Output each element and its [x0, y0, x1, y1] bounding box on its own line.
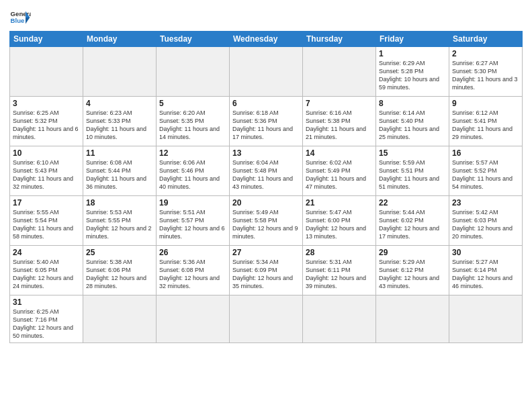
day-info: Sunrise: 6:18 AM Sunset: 5:36 PM Dayligh… [232, 109, 300, 142]
calendar-cell [83, 47, 157, 97]
day-number: 17 [13, 198, 80, 208]
week-row-1: 3Sunrise: 6:25 AM Sunset: 5:32 PM Daylig… [10, 97, 523, 146]
calendar-cell: 9Sunrise: 6:12 AM Sunset: 5:41 PM Daylig… [449, 97, 523, 146]
day-info: Sunrise: 5:40 AM Sunset: 6:05 PM Dayligh… [13, 258, 80, 291]
calendar-cell [157, 47, 230, 97]
day-info: Sunrise: 6:08 AM Sunset: 5:44 PM Dayligh… [86, 158, 153, 191]
day-number: 19 [159, 198, 226, 208]
calendar-cell: 8Sunrise: 6:14 AM Sunset: 5:40 PM Daylig… [376, 97, 449, 146]
calendar-table: SundayMondayTuesdayWednesdayThursdayFrid… [9, 31, 523, 343]
calendar-cell: 17Sunrise: 5:55 AM Sunset: 5:54 PM Dayli… [10, 196, 83, 246]
header: General Blue [9, 7, 523, 28]
weekday-header-row: SundayMondayTuesdayWednesdayThursdayFrid… [10, 32, 523, 47]
day-info: Sunrise: 5:51 AM Sunset: 5:57 PM Dayligh… [159, 208, 226, 241]
calendar-cell: 28Sunrise: 5:31 AM Sunset: 6:11 PM Dayli… [303, 246, 376, 295]
day-info: Sunrise: 5:59 AM Sunset: 5:51 PM Dayligh… [379, 158, 446, 191]
day-number: 24 [13, 248, 80, 257]
day-number: 13 [232, 148, 300, 158]
week-row-5: 31Sunrise: 6:25 AM Sunset: 7:16 PM Dayli… [10, 295, 523, 343]
calendar-cell: 24Sunrise: 5:40 AM Sunset: 6:05 PM Dayli… [10, 246, 83, 295]
calendar-cell: 31Sunrise: 6:25 AM Sunset: 7:16 PM Dayli… [10, 295, 83, 343]
calendar-cell [83, 295, 157, 343]
day-info: Sunrise: 6:25 AM Sunset: 7:16 PM Dayligh… [13, 308, 80, 340]
weekday-header-thursday: Thursday [303, 32, 376, 47]
logo: General Blue [9, 7, 31, 28]
day-number: 28 [306, 248, 373, 257]
calendar-cell: 3Sunrise: 6:25 AM Sunset: 5:32 PM Daylig… [10, 97, 83, 146]
day-number: 31 [13, 298, 80, 307]
day-info: Sunrise: 5:36 AM Sunset: 6:08 PM Dayligh… [159, 258, 226, 291]
svg-text:Blue: Blue [11, 17, 25, 24]
day-number: 5 [159, 99, 226, 108]
day-info: Sunrise: 5:49 AM Sunset: 5:58 PM Dayligh… [232, 208, 300, 241]
day-info: Sunrise: 6:25 AM Sunset: 5:32 PM Dayligh… [13, 109, 80, 142]
weekday-header-friday: Friday [376, 32, 449, 47]
calendar-cell: 5Sunrise: 6:20 AM Sunset: 5:35 PM Daylig… [157, 97, 230, 146]
calendar-cell: 4Sunrise: 6:23 AM Sunset: 5:33 PM Daylig… [83, 97, 157, 146]
svg-marker-3 [26, 17, 30, 24]
calendar-cell [303, 47, 376, 97]
calendar-cell: 25Sunrise: 5:38 AM Sunset: 6:06 PM Dayli… [83, 246, 157, 295]
day-number: 10 [13, 148, 80, 158]
day-number: 30 [452, 248, 519, 257]
day-number: 8 [379, 99, 446, 108]
day-number: 12 [159, 148, 226, 158]
calendar-cell: 18Sunrise: 5:53 AM Sunset: 5:55 PM Dayli… [83, 196, 157, 246]
calendar-body: 1Sunrise: 6:29 AM Sunset: 5:28 PM Daylig… [10, 47, 523, 343]
day-number: 2 [452, 49, 519, 58]
day-info: Sunrise: 6:06 AM Sunset: 5:46 PM Dayligh… [159, 158, 226, 191]
calendar-cell: 15Sunrise: 5:59 AM Sunset: 5:51 PM Dayli… [376, 146, 449, 196]
calendar-cell: 23Sunrise: 5:42 AM Sunset: 6:03 PM Dayli… [449, 196, 523, 246]
day-info: Sunrise: 6:27 AM Sunset: 5:30 PM Dayligh… [452, 59, 519, 92]
weekday-header-saturday: Saturday [449, 32, 523, 47]
day-info: Sunrise: 6:10 AM Sunset: 5:43 PM Dayligh… [13, 158, 80, 191]
day-number: 15 [379, 148, 446, 158]
day-info: Sunrise: 6:20 AM Sunset: 5:35 PM Dayligh… [159, 109, 226, 142]
weekday-header-wednesday: Wednesday [230, 32, 303, 47]
calendar-cell [303, 295, 376, 343]
calendar-cell: 12Sunrise: 6:06 AM Sunset: 5:46 PM Dayli… [157, 146, 230, 196]
day-info: Sunrise: 5:27 AM Sunset: 6:14 PM Dayligh… [452, 258, 519, 291]
calendar-cell [449, 295, 523, 343]
weekday-header-tuesday: Tuesday [157, 32, 230, 47]
day-number: 25 [86, 248, 153, 257]
calendar-cell: 26Sunrise: 5:36 AM Sunset: 6:08 PM Dayli… [157, 246, 230, 295]
day-number: 3 [13, 99, 80, 108]
day-number: 21 [306, 198, 373, 208]
calendar-cell: 7Sunrise: 6:16 AM Sunset: 5:38 PM Daylig… [303, 97, 376, 146]
calendar-cell: 22Sunrise: 5:44 AM Sunset: 6:02 PM Dayli… [376, 196, 449, 246]
calendar-cell: 30Sunrise: 5:27 AM Sunset: 6:14 PM Dayli… [449, 246, 523, 295]
weekday-header-monday: Monday [83, 32, 157, 47]
calendar-cell: 21Sunrise: 5:47 AM Sunset: 6:00 PM Dayli… [303, 196, 376, 246]
calendar-cell: 20Sunrise: 5:49 AM Sunset: 5:58 PM Dayli… [230, 196, 303, 246]
day-info: Sunrise: 5:53 AM Sunset: 5:55 PM Dayligh… [86, 208, 153, 241]
page: General Blue SundayMondayTuesdayWednesda… [0, 0, 532, 350]
day-info: Sunrise: 5:34 AM Sunset: 6:09 PM Dayligh… [232, 258, 300, 291]
calendar-cell: 1Sunrise: 6:29 AM Sunset: 5:28 PM Daylig… [376, 47, 449, 97]
day-number: 23 [452, 198, 519, 208]
day-info: Sunrise: 6:02 AM Sunset: 5:49 PM Dayligh… [306, 158, 373, 191]
day-number: 29 [379, 248, 446, 257]
day-number: 9 [452, 99, 519, 108]
calendar-cell [230, 295, 303, 343]
calendar-cell: 27Sunrise: 5:34 AM Sunset: 6:09 PM Dayli… [230, 246, 303, 295]
day-info: Sunrise: 5:31 AM Sunset: 6:11 PM Dayligh… [306, 258, 373, 291]
day-number: 1 [379, 49, 446, 58]
day-info: Sunrise: 5:44 AM Sunset: 6:02 PM Dayligh… [379, 208, 446, 241]
calendar-cell: 16Sunrise: 5:57 AM Sunset: 5:52 PM Dayli… [449, 146, 523, 196]
calendar-cell: 10Sunrise: 6:10 AM Sunset: 5:43 PM Dayli… [10, 146, 83, 196]
day-number: 26 [159, 248, 226, 257]
day-number: 14 [306, 148, 373, 158]
day-number: 11 [86, 148, 153, 158]
calendar-cell: 2Sunrise: 6:27 AM Sunset: 5:30 PM Daylig… [449, 47, 523, 97]
day-number: 18 [86, 198, 153, 208]
day-info: Sunrise: 5:47 AM Sunset: 6:00 PM Dayligh… [306, 208, 373, 241]
day-info: Sunrise: 6:16 AM Sunset: 5:38 PM Dayligh… [306, 109, 373, 142]
week-row-0: 1Sunrise: 6:29 AM Sunset: 5:28 PM Daylig… [10, 47, 523, 97]
day-number: 20 [232, 198, 300, 208]
day-number: 7 [306, 99, 373, 108]
day-info: Sunrise: 5:55 AM Sunset: 5:54 PM Dayligh… [13, 208, 80, 241]
day-info: Sunrise: 5:38 AM Sunset: 6:06 PM Dayligh… [86, 258, 153, 291]
week-row-4: 24Sunrise: 5:40 AM Sunset: 6:05 PM Dayli… [10, 246, 523, 295]
weekday-header-sunday: Sunday [10, 32, 83, 47]
